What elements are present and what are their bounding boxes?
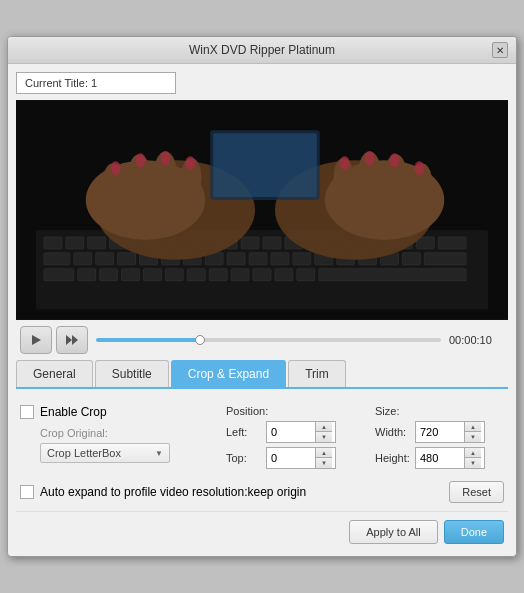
current-title-value: 1 [91, 77, 97, 89]
left-value-input[interactable] [267, 422, 315, 442]
auto-expand-section: Auto expand to profile video resolution:… [20, 473, 504, 503]
width-label: Width: [375, 426, 411, 438]
width-spin-input: ▲ ▼ [415, 421, 485, 443]
left-label: Left: [226, 426, 262, 438]
height-spin-buttons: ▲ ▼ [464, 448, 481, 468]
height-spin-input: ▲ ▼ [415, 447, 485, 469]
close-button[interactable]: ✕ [492, 42, 508, 58]
left-spin-up[interactable]: ▲ [316, 422, 332, 432]
auto-expand-row: Auto expand to profile video resolution:… [20, 481, 306, 503]
auto-expand-checkbox[interactable] [20, 485, 34, 499]
tab-crop-expand[interactable]: Crop & Expand [171, 360, 286, 387]
enable-crop-label: Enable Crop [40, 405, 107, 419]
height-label: Height: [375, 452, 411, 464]
size-col: Size: Width: ▲ ▼ [365, 405, 504, 473]
left-field-row: Left: ▲ ▼ [226, 421, 365, 443]
position-col: Position: Left: ▲ ▼ [226, 405, 365, 473]
svg-marker-78 [72, 335, 78, 345]
height-spin-down[interactable]: ▼ [465, 458, 481, 468]
svg-marker-76 [32, 335, 41, 345]
transport-bar: 00:00:10 [16, 320, 508, 360]
seek-slider[interactable] [96, 338, 441, 342]
width-spin-down[interactable]: ▼ [465, 432, 481, 442]
svg-rect-75 [16, 100, 508, 319]
left-spin-buttons: ▲ ▼ [315, 422, 332, 442]
left-spin-input: ▲ ▼ [266, 421, 336, 443]
position-label: Position: [226, 405, 365, 417]
width-field-row: Width: ▲ ▼ [375, 421, 504, 443]
title-bar: WinX DVD Ripper Platinum ✕ [8, 37, 516, 64]
forward-button[interactable] [56, 326, 88, 354]
tab-subtitle[interactable]: Subtitle [95, 360, 169, 387]
tab-trim[interactable]: Trim [288, 360, 346, 387]
crop-original-label: Crop Original: [40, 427, 210, 439]
reset-button[interactable]: Reset [449, 481, 504, 503]
top-spin-up[interactable]: ▲ [316, 448, 332, 458]
top-spin-input: ▲ ▼ [266, 447, 336, 469]
top-spin-down[interactable]: ▼ [316, 458, 332, 468]
svg-marker-77 [66, 335, 72, 345]
height-value-input[interactable] [416, 448, 464, 468]
crop-original-dropdown[interactable]: Crop LetterBox ▼ [40, 443, 170, 463]
height-spin-up[interactable]: ▲ [465, 448, 481, 458]
top-field-row: Top: ▲ ▼ [226, 447, 365, 469]
auto-expand-label: Auto expand to profile video resolution:… [40, 485, 306, 499]
width-spin-buttons: ▲ ▼ [464, 422, 481, 442]
dropdown-value: Crop LetterBox [47, 447, 121, 459]
apply-all-button[interactable]: Apply to All [349, 520, 437, 544]
position-size-grid: Position: Left: ▲ ▼ [226, 405, 504, 473]
size-label: Size: [375, 405, 504, 417]
enable-crop-row: Enable Crop [20, 405, 210, 419]
window-title: WinX DVD Ripper Platinum [32, 43, 492, 57]
time-display: 00:00:10 [449, 334, 504, 346]
video-preview [16, 100, 508, 320]
width-spin-up[interactable]: ▲ [465, 422, 481, 432]
play-button[interactable] [20, 326, 52, 354]
crop-section: Enable Crop Crop Original: Crop LetterBo… [20, 405, 504, 473]
bottom-buttons: Apply to All Done [16, 511, 508, 548]
current-title-label: Current Title: [25, 77, 88, 89]
main-window: WinX DVD Ripper Platinum ✕ Current Title… [7, 36, 517, 557]
top-value-input[interactable] [267, 448, 315, 468]
done-button[interactable]: Done [444, 520, 504, 544]
crop-left: Enable Crop Crop Original: Crop LetterBo… [20, 405, 210, 463]
crop-expand-panel: Enable Crop Crop Original: Crop LetterBo… [16, 397, 508, 511]
top-spin-buttons: ▲ ▼ [315, 448, 332, 468]
main-content: Current Title: 1 [8, 64, 516, 556]
enable-crop-checkbox[interactable] [20, 405, 34, 419]
left-spin-down[interactable]: ▼ [316, 432, 332, 442]
seek-thumb[interactable] [195, 335, 205, 345]
crop-right: Position: Left: ▲ ▼ [226, 405, 504, 473]
current-title-bar: Current Title: 1 [16, 72, 176, 94]
dropdown-arrow-icon: ▼ [155, 449, 163, 458]
top-label: Top: [226, 452, 262, 464]
width-value-input[interactable] [416, 422, 464, 442]
tabs-bar: General Subtitle Crop & Expand Trim [16, 360, 508, 389]
tab-general[interactable]: General [16, 360, 93, 387]
height-field-row: Height: ▲ ▼ [375, 447, 504, 469]
